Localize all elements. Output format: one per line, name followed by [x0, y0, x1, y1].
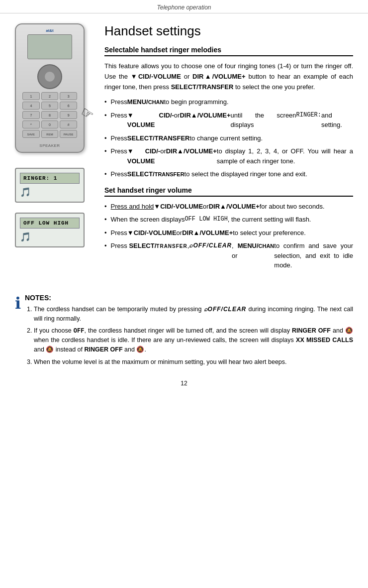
key-hash: #: [60, 120, 77, 128]
bullet-item: Press ▼CID/-VOLUME or DIR▲/VOLUME+ to se…: [104, 228, 353, 238]
ringer-icon: 🎵: [20, 187, 80, 198]
section-2-title-text: Set handset ringer volume: [104, 186, 192, 194]
bullet-item: Press SELECT/TRANSFER to select the disp…: [104, 169, 353, 179]
bullet-item: Press ▼CID/-VOLUME or DIR▲/VOLUME+ to di…: [104, 146, 353, 166]
key-bottom-2: REM: [41, 130, 59, 138]
section-ringer-melodies-title: Selectable handset ringer melodies: [104, 46, 353, 56]
phone-illustration: at&t 1 2 3 4 5 6 7 8 9 * 0 #: [15, 23, 85, 153]
key-8: 8: [41, 111, 59, 119]
key-5: 5: [41, 102, 59, 110]
notes-section: ℹ NOTES: The cordless handset can be tem…: [0, 289, 368, 375]
note-item-3: When the volume level is at the maximum …: [34, 357, 353, 367]
bullet-item: Press SELECT/TRANSFER to change current …: [104, 133, 353, 143]
key-7: 7: [22, 111, 40, 119]
ringer-melodies-list: Press MENU/CHAN to begin programming. Pr…: [104, 97, 353, 179]
ringer-screen: RINGER: 1: [20, 173, 80, 184]
volume-screen-text: OFF LOW HIGH: [23, 220, 69, 226]
key-1: 1: [22, 92, 40, 100]
phone-screen: [27, 34, 72, 59]
key-9: 9: [60, 111, 77, 119]
phone-nav-ring: [37, 64, 62, 89]
volume-display-box: OFF LOW HIGH 🎵: [15, 213, 85, 247]
note-item-2: If you choose OFF, the cordless handset …: [34, 326, 353, 354]
notes-title: NOTES:: [25, 294, 353, 302]
page-footer: 12: [0, 375, 368, 391]
key-0: 0: [41, 120, 59, 128]
page-number: 12: [181, 380, 187, 387]
intro-paragraph: This feature allows you to choose one of…: [104, 61, 353, 92]
section-1-title-text: Selectable handset ringer melodies: [104, 46, 221, 54]
bullet-item: When the screen displays OFF LOW HIGH, t…: [104, 215, 353, 225]
bullet-item: Press ▼CID/-VOLUME or DIR▲/VOLUME+ until…: [104, 111, 353, 130]
left-column: at&t 1 2 3 4 5 6 7 8 9 * 0 #: [0, 18, 99, 279]
volume-screen: OFF LOW HIGH: [20, 218, 80, 229]
key-6: 6: [60, 102, 77, 110]
note-item-1: The cordless handset can be temporarily …: [34, 305, 353, 324]
speaker-label: SPEAKER: [39, 143, 60, 148]
phone-numpad: 1 2 3 4 5 6 7 8 9 * 0 #: [22, 92, 77, 128]
bullet-item: Press MENU/CHAN to begin programming.: [104, 97, 353, 107]
phone-keypad: 1 2 3 4 5 6 7 8 9 * 0 # SAVE REM PAUSE: [22, 64, 77, 138]
page-header: Telephone operation: [0, 0, 368, 13]
key-3: 3: [60, 92, 77, 100]
page-title: Handset settings: [104, 23, 353, 39]
key-4: 4: [22, 102, 40, 110]
phone-nav-center: [45, 72, 55, 82]
header-text: Telephone operation: [157, 4, 211, 11]
key-bottom-3: PAUSE: [60, 130, 77, 138]
phone-logo: at&t: [46, 28, 54, 33]
bullet-item: Press SELECT/TRANSFER, ⌕OFF/CLEAR, or ME…: [104, 241, 353, 270]
phone-bottom-keys: SAVE REM PAUSE: [22, 130, 77, 138]
info-icon: ℹ: [15, 294, 21, 313]
volume-icon: 🎵: [20, 232, 80, 242]
ringer-screen-text: RINGER: 1: [23, 175, 57, 181]
right-column: Handset settings Selectable handset ring…: [99, 18, 368, 279]
ringer-display-box: RINGER: 1 🎵: [15, 168, 85, 203]
bullet-item: Press and hold ▼CID/-VOLUME or DIR▲/VOLU…: [104, 202, 353, 212]
key-star: *: [22, 120, 40, 128]
hand-pointer: ☞: [78, 104, 96, 124]
section-ringer-volume-title: Set handset ringer volume: [104, 186, 353, 197]
ringer-volume-list: Press and hold ▼CID/-VOLUME or DIR▲/VOLU…: [104, 202, 353, 270]
notes-list: The cordless handset can be temporarily …: [25, 305, 353, 367]
key-2: 2: [41, 92, 59, 100]
notes-content: NOTES: The cordless handset can be tempo…: [25, 294, 353, 370]
key-bottom-1: SAVE: [22, 130, 40, 138]
